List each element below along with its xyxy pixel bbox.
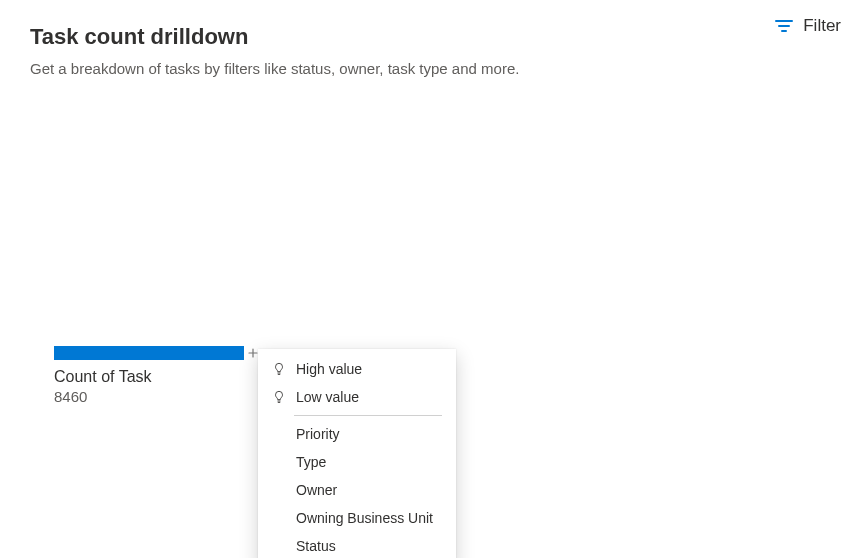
page-header: Task count drilldown Get a breakdown of … (0, 0, 863, 77)
menu-item-type[interactable]: Type (258, 448, 456, 476)
menu-item-label: Owning Business Unit (296, 510, 433, 526)
menu-item-priority[interactable]: Priority (258, 420, 456, 448)
menu-item-status[interactable]: Status (258, 532, 456, 558)
bar-label: Count of Task (54, 368, 260, 386)
menu-item-label: Priority (296, 426, 340, 442)
bar-value: 8460 (54, 388, 260, 405)
lightbulb-icon (272, 362, 286, 376)
menu-item-owner[interactable]: Owner (258, 476, 456, 504)
lightbulb-icon (272, 390, 286, 404)
menu-item-label: Type (296, 454, 326, 470)
drilldown-menu: High value Low value Priority Type Owner… (258, 349, 456, 558)
page-subtitle: Get a breakdown of tasks by filters like… (30, 60, 833, 77)
menu-separator (294, 415, 442, 416)
count-of-task-bar[interactable] (54, 346, 244, 360)
menu-item-label: Status (296, 538, 336, 554)
page-title: Task count drilldown (30, 24, 833, 50)
filter-icon (775, 20, 793, 32)
chart-area: Count of Task 8460 (54, 346, 260, 405)
menu-item-owning-business-unit[interactable]: Owning Business Unit (258, 504, 456, 532)
bar-row (54, 346, 260, 360)
filter-button[interactable]: Filter (769, 12, 847, 40)
menu-item-low-value[interactable]: Low value (258, 383, 456, 411)
menu-item-label: Owner (296, 482, 337, 498)
menu-item-high-value[interactable]: High value (258, 355, 456, 383)
plus-icon (248, 348, 258, 358)
menu-item-label: High value (296, 361, 362, 377)
menu-item-label: Low value (296, 389, 359, 405)
filter-label: Filter (803, 16, 841, 36)
